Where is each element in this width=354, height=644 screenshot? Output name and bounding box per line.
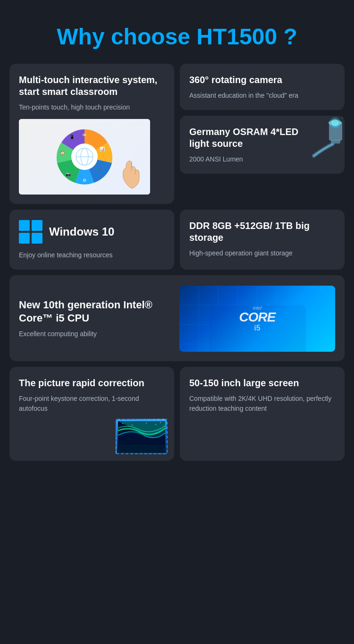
windows-subtitle: Enjoy online teaching resources (19, 250, 112, 260)
aurora-image-icon (118, 421, 165, 452)
camera-title: 360° rotating camera (189, 74, 335, 86)
svg-point-46 (155, 424, 156, 425)
svg-rect-40 (209, 305, 306, 352)
svg-point-43 (122, 423, 123, 424)
svg-text:🎵: 🎵 (98, 167, 103, 173)
svg-rect-24 (19, 233, 30, 244)
correction-image (116, 419, 168, 454)
card-osram: Germany OSRAM 4*LED light source 2000 AN… (180, 116, 345, 174)
page-title: Why choose HT1500 ? (9, 9, 345, 64)
hand-pointer-icon (119, 159, 141, 190)
keystone-preview (117, 420, 167, 453)
svg-rect-25 (32, 233, 42, 244)
svg-rect-42 (118, 445, 165, 452)
intel-subtitle: Excellent computing ability (19, 329, 175, 339)
intel-title: New 10th generation Intel® Core™ i5 CPU (19, 298, 175, 324)
svg-point-18 (331, 119, 339, 127)
card-windows: Windows 10 Enjoy online teaching resourc… (9, 210, 174, 270)
multitouch-subtitle: Ten-points touch, high touch precision (19, 102, 165, 112)
card-intel: New 10th generation Intel® Core™ i5 CPU … (9, 275, 345, 361)
windows-title: Windows 10 (49, 225, 114, 238)
svg-point-44 (132, 424, 133, 425)
circle-diagram-icon: ✉ 📊 🎵 ⚙ 📷 🏠 📱 (54, 126, 115, 187)
card-ddr: DDR 8GB +512GB/ 1TB big storage High-spe… (180, 210, 345, 270)
led-graphic-icon (295, 116, 345, 161)
svg-text:🏠: 🏠 (60, 150, 66, 156)
svg-line-20 (342, 116, 345, 118)
card-correction: The picture rapid correction Four-point … (9, 367, 174, 461)
svg-point-47 (160, 422, 161, 423)
touch-image: ✉ 📊 🎵 ⚙ 📷 🏠 📱 (19, 119, 150, 195)
ddr-title: DDR 8GB +512GB/ 1TB big storage (189, 220, 335, 244)
svg-rect-23 (32, 220, 42, 231)
svg-text:📷: 📷 (66, 171, 71, 177)
intel-chip-graphic: intel CORE i5 (179, 286, 335, 352)
svg-text:✉: ✉ (83, 133, 86, 137)
screen-subtitle: Compatible with 2K/4K UHD resolution, pe… (189, 394, 335, 414)
correction-title: The picture rapid correction (19, 377, 165, 389)
chip-grid-icon (179, 286, 335, 352)
svg-text:📱: 📱 (69, 134, 75, 140)
intel-text-area: New 10th generation Intel® Core™ i5 CPU … (19, 298, 175, 339)
windows-header: Windows 10 (19, 220, 114, 244)
ddr-subtitle: High-speed operation giant storage (189, 248, 335, 258)
screen-title: 50-150 inch large screen (189, 377, 335, 389)
camera-subtitle: Assistant education in the "cloud" era (189, 91, 335, 101)
svg-text:⚙: ⚙ (83, 178, 86, 183)
card-camera: 360° rotating camera Assistant education… (180, 64, 345, 110)
windows-logo-icon (19, 220, 42, 244)
svg-rect-22 (19, 220, 30, 231)
card-screen: 50-150 inch large screen Compatible with… (180, 367, 345, 461)
multitouch-title: Multi-touch interactive system, start sm… (19, 74, 165, 98)
card-multitouch: Multi-touch interactive system, start sm… (9, 64, 174, 204)
svg-text:📊: 📊 (100, 146, 105, 152)
svg-point-45 (146, 423, 147, 424)
